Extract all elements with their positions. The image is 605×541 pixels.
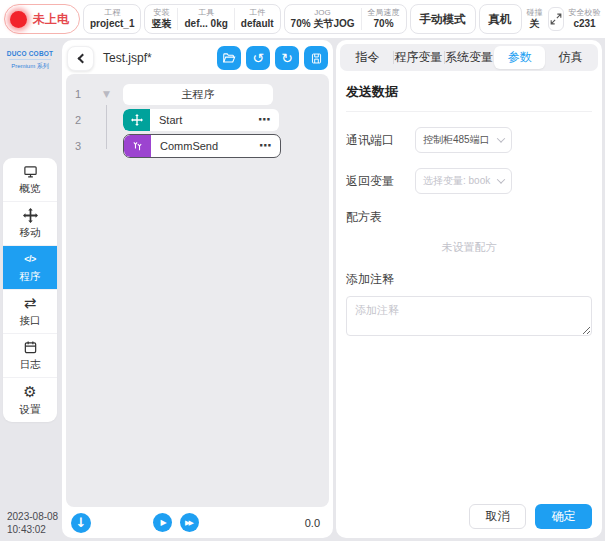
fast-forward-button[interactable]: ▶▶ [180,513,199,532]
sidebar-item-interface[interactable]: ⇄ 接口 [3,290,57,334]
sidebar-item-program[interactable]: </> 程序 [3,246,57,290]
sidebar-item-move[interactable]: 移动 [3,202,57,246]
line-number: 3 [66,140,90,152]
top-bar: 未上电 工程 project_1 安装 竖装 工具 def... 0kg 工件 … [0,0,605,38]
tab-parameters[interactable]: 参数 [494,46,545,69]
comment-input[interactable] [346,296,592,336]
editor-header: Test.jspf* ↺ ↻ [62,40,333,72]
tool-button[interactable]: 工具 def... 0kg [177,8,233,31]
setup-group: 安装 竖装 工具 def... 0kg 工件 default [144,4,280,34]
line-number: 1 [66,88,90,100]
system-timestamp: 2023-08-08 10:43:02 [7,511,58,536]
comm-port-row: 通讯端口 控制柜485端口 [346,127,592,153]
tab-program-variables[interactable]: 程序变量 [393,46,444,69]
return-var-label: 返回变量 [346,173,415,190]
tree-node-start[interactable]: Start ⋯ [123,109,279,131]
panel-content: 发送数据 通讯端口 控制柜485端口 返回变量 选择变量: book 配方表 未… [336,71,602,340]
monitor-icon [23,163,38,179]
recipe-empty-text: 未设置配方 [346,240,592,255]
workpiece-button[interactable]: 工件 default [234,8,280,31]
node-label: CommSend [160,140,218,152]
program-tree-canvas[interactable]: 1 ▼ 主程序 2 Start ⋯ 3 [66,74,329,507]
return-var-row: 返回变量 选择变量: book [346,168,592,194]
panel-tab-bar: 指令 程序变量 系统变量 参数 仿真 [340,44,598,71]
undo-button[interactable]: ↺ [246,46,270,70]
sidebar-item-log[interactable]: 日志 [3,334,57,378]
redo-button[interactable]: ↻ [275,46,299,70]
move-node-icon [123,109,150,131]
time-text: 10:43:02 [7,524,58,537]
line-number: 2 [66,114,90,126]
save-button[interactable] [304,46,328,70]
comm-port-label: 通讯端口 [346,132,415,149]
chevron-left-icon [77,53,87,63]
confirm-button[interactable]: 确定 [535,504,592,529]
move-arrows-icon [23,207,38,223]
play-icon: ▶ [160,518,166,527]
real-machine-button[interactable]: 真机 [479,4,522,34]
save-icon [310,52,323,65]
file-name: Test.jspf* [103,51,152,65]
chevron-down-icon [497,134,505,142]
expand-window-button[interactable] [548,7,564,31]
mount-button[interactable]: 安装 竖装 [145,8,177,31]
gear-icon: ⚙ [23,384,36,400]
project-button[interactable]: 工程 project_1 [83,4,141,34]
date-text: 2023-08-08 [7,511,58,524]
sidebar-item-overview[interactable]: 概览 [3,158,57,202]
sidebar-item-settings[interactable]: ⚙ 设置 [3,378,57,422]
download-button[interactable]: ↓ [71,513,91,533]
program-editor: Test.jspf* ↺ ↻ [62,40,333,538]
project-value: project_1 [90,18,134,31]
global-speed-button[interactable]: 全局速度 70% [361,8,406,31]
tree-row-start: 2 Start ⋯ [66,109,329,131]
manual-mode-button[interactable]: 手动模式 [410,4,476,34]
power-indicator-icon [10,11,27,28]
parameter-panel: 指令 程序变量 系统变量 参数 仿真 发送数据 通讯端口 控制柜485端口 返回… [336,40,602,538]
tree-node-main-program[interactable]: 主程序 [123,84,273,105]
redo-icon: ↻ [281,51,293,65]
return-var-select[interactable]: 选择变量: book [415,168,512,194]
tree-row-commsend: 3 CommSend ⋯ [66,135,329,157]
folder-open-icon [222,51,236,65]
panel-footer: 取消 确定 [469,504,592,529]
collapse-triangle-icon[interactable]: ▼ [90,89,123,99]
return-var-placeholder: 选择变量: book [423,174,490,188]
cancel-button[interactable]: 取消 [469,504,526,529]
collision-status[interactable]: 碰撞 关 [525,8,545,31]
swap-arrows-icon: ⇄ [24,295,37,311]
download-arrow-icon: ↓ [76,515,87,530]
power-button[interactable]: 未上电 [4,4,80,34]
tab-system-variables[interactable]: 系统变量 [444,46,495,69]
chevron-down-icon [497,175,505,183]
safety-check-status[interactable]: 安全校验 c231 [567,8,603,31]
nav-menu: 概览 移动 </> 程序 ⇄ 接口 日志 ⚙ [3,158,57,422]
back-button[interactable] [67,46,94,71]
panel-title: 发送数据 [346,83,592,112]
tree-row-main: 1 ▼ 主程序 [66,83,329,105]
fast-forward-icon: ▶▶ [185,519,192,527]
undo-icon: ↺ [252,51,264,65]
project-label: 工程 [104,8,120,18]
code-icon: </> [24,251,36,267]
brand-logo: DUCO COBOT Premium 系列 [0,50,60,71]
editor-run-bar: ↓ ▶ ▶▶ 0.0 [62,507,333,538]
power-state-label: 未上电 [33,11,69,28]
antenna-icon [124,135,151,157]
node-label: Start [159,114,182,126]
comm-port-value: 控制柜485端口 [423,133,490,147]
jog-button[interactable]: JOG 70% 关节JOG [285,8,361,31]
tree-node-commsend[interactable]: CommSend ⋯ [123,134,281,158]
tab-instructions[interactable]: 指令 [342,46,393,69]
expand-arrows-icon [549,12,563,26]
play-button[interactable]: ▶ [153,513,172,532]
left-sidebar: DUCO COBOT Premium 系列 概览 移动 </> 程序 [0,38,60,541]
editor-toolbar: ↺ ↻ [217,46,328,70]
jog-group: JOG 70% 关节JOG 全局速度 70% [284,4,407,34]
open-file-button[interactable] [217,46,241,70]
recipe-row: 配方表 [346,209,592,226]
tab-simulation[interactable]: 仿真 [545,46,596,69]
calendar-icon [23,339,38,355]
recipe-label: 配方表 [346,209,415,226]
comm-port-select[interactable]: 控制柜485端口 [415,127,512,153]
